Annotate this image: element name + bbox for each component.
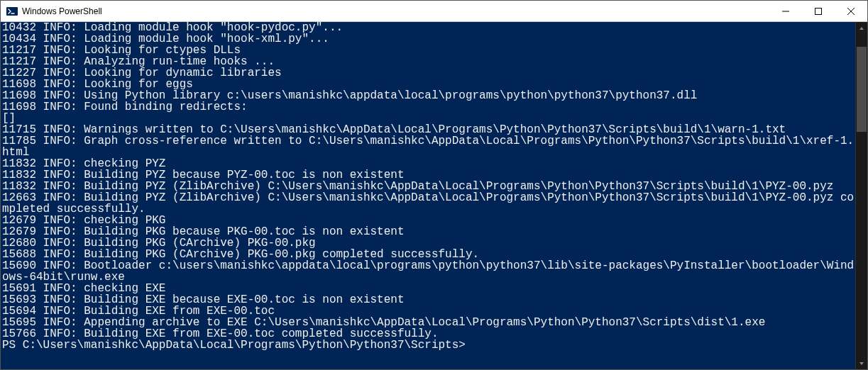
log-line: 11832 INFO: Building PYZ because PYZ-00.… — [2, 169, 855, 181]
titlebar[interactable]: Windows PowerShell — [1, 1, 867, 22]
log-line: 11715 INFO: Warnings written to C:\Users… — [2, 124, 855, 135]
terminal-area: 10432 INFO: Loading module hook "hook-py… — [1, 22, 867, 369]
prompt-line[interactable]: PS C:\Users\manishkc\AppData\Local\Progr… — [2, 340, 855, 351]
log-line: 11832 INFO: Building PYZ (ZlibArchive) C… — [2, 181, 855, 192]
scroll-up-button[interactable] — [856, 22, 867, 34]
log-line: 12663 INFO: Building PYZ (ZlibArchive) C… — [2, 192, 855, 215]
log-line: 11217 INFO: Analyzing run-time hooks ... — [2, 56, 855, 67]
scrollbar-thumb[interactable] — [857, 47, 867, 132]
log-line: 15693 INFO: Building EXE because EXE-00.… — [2, 294, 855, 305]
log-line: 12679 INFO: checking PKG — [2, 215, 855, 226]
log-line: 11785 INFO: Graph cross-reference writte… — [2, 135, 855, 158]
log-line: 11698 INFO: Found binding redirects: — [2, 101, 855, 113]
window-title: Windows PowerShell — [22, 6, 769, 16]
log-line: 10432 INFO: Loading module hook "hook-py… — [2, 22, 855, 33]
log-line: 11832 INFO: checking PYZ — [2, 158, 855, 169]
log-line: 11227 INFO: Looking for dynamic librarie… — [2, 67, 855, 79]
powershell-icon — [6, 6, 18, 17]
log-line: 11698 INFO: Looking for eggs — [2, 79, 855, 90]
log-line: 15690 INFO: Bootloader c:\users\manishkc… — [2, 260, 855, 283]
minimize-button[interactable] — [769, 1, 802, 21]
scrollbar-track[interactable] — [856, 34, 867, 357]
svg-rect-0 — [6, 7, 18, 16]
log-line: 15695 INFO: Appending archive to EXE C:\… — [2, 317, 855, 328]
log-line: 15766 INFO: Building EXE from EXE-00.toc… — [2, 328, 855, 340]
close-button[interactable] — [835, 1, 867, 21]
scrollbar-vertical[interactable] — [855, 22, 867, 369]
terminal-output[interactable]: 10432 INFO: Loading module hook "hook-py… — [1, 22, 855, 369]
window-controls — [769, 1, 867, 21]
log-line: 15694 INFO: Building EXE from EXE-00.toc — [2, 305, 855, 317]
prompt-text: PS C:\Users\manishkc\AppData\Local\Progr… — [2, 339, 473, 352]
log-line: [] — [2, 113, 855, 124]
log-line: 15691 INFO: checking EXE — [2, 283, 855, 294]
log-line: 12680 INFO: Building PKG (CArchive) PKG-… — [2, 237, 855, 249]
scroll-down-button[interactable] — [856, 357, 867, 369]
log-line: 15688 INFO: Building PKG (CArchive) PKG-… — [2, 249, 855, 260]
maximize-button[interactable] — [802, 1, 835, 21]
powershell-window: Windows PowerShell 10432 INFO: Loading m… — [0, 0, 868, 370]
log-line: 11217 INFO: Looking for ctypes DLLs — [2, 45, 855, 56]
svg-rect-3 — [815, 8, 822, 14]
log-line: 11698 INFO: Using Python library c:\user… — [2, 90, 855, 101]
log-line: 12679 INFO: Building PKG because PKG-00.… — [2, 226, 855, 237]
log-line: 10434 INFO: Loading module hook "hook-xm… — [2, 33, 855, 45]
